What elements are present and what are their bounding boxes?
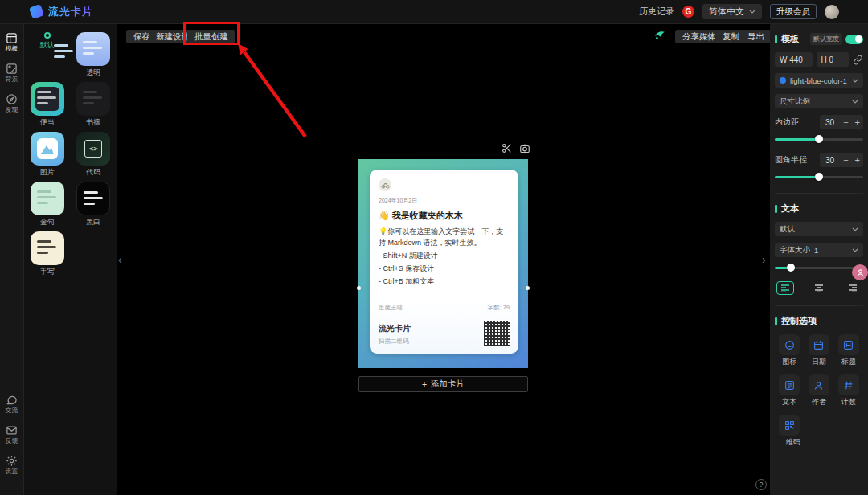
template-icon bbox=[6, 32, 18, 44]
batch-create-button[interactable]: 批量创建 bbox=[187, 30, 235, 43]
slider-knob[interactable] bbox=[787, 264, 795, 272]
align-right-button[interactable] bbox=[844, 281, 862, 295]
chevron-down-icon bbox=[852, 79, 858, 83]
resize-handle-left[interactable] bbox=[357, 286, 361, 290]
rail-item-template[interactable]: 模板 bbox=[6, 32, 18, 52]
radius-minus-button[interactable]: − bbox=[840, 156, 851, 165]
share-media-icon[interactable] bbox=[653, 29, 665, 41]
scissors-icon[interactable] bbox=[502, 143, 512, 153]
floating-widget-button[interactable] bbox=[852, 264, 868, 280]
width-input[interactable]: W 440 bbox=[775, 52, 813, 67]
resize-handle-right[interactable] bbox=[526, 286, 530, 290]
template-item-bento[interactable]: 便当 bbox=[31, 82, 64, 126]
discover-icon bbox=[6, 93, 18, 105]
radius-value[interactable]: 30 bbox=[820, 156, 840, 165]
template-item-default[interactable]: 默认 bbox=[40, 32, 55, 76]
rail-item-chat[interactable]: 交流 bbox=[6, 394, 18, 414]
card-content[interactable]: 2024年10月2日 👋 我是收藏夹的木木 💡你可以在这里输入文字尝试一下，支持… bbox=[370, 170, 518, 354]
template-section-header: 模板 默认宽度 bbox=[775, 33, 863, 45]
chat-icon bbox=[6, 394, 18, 406]
upgrade-member-button[interactable]: 升级会员 bbox=[770, 4, 817, 19]
font-size-slider[interactable] bbox=[775, 264, 863, 272]
card-title[interactable]: 👋 我是收藏夹的木木 bbox=[379, 210, 510, 222]
template-item-image[interactable]: 图片 bbox=[31, 132, 64, 176]
user-avatar[interactable] bbox=[825, 5, 839, 19]
control-author-toggle[interactable]: 作者 bbox=[806, 374, 833, 406]
language-select[interactable]: 简体中文 bbox=[702, 4, 762, 19]
template-item-transparent[interactable]: 透明 bbox=[76, 32, 110, 76]
control-icon-toggle[interactable]: 图标 bbox=[776, 334, 803, 366]
padding-slider[interactable] bbox=[775, 135, 863, 143]
smiley-icon bbox=[784, 340, 795, 350]
template-item-book-excerpt[interactable]: 书摘 bbox=[76, 82, 110, 126]
help-button[interactable]: ? bbox=[755, 479, 767, 490]
calendar-icon bbox=[813, 340, 824, 350]
radius-slider[interactable] bbox=[775, 173, 863, 181]
card-artboard[interactable]: 2024年10月2日 👋 我是收藏夹的木木 💡你可以在这里输入文字尝试一下，支持… bbox=[358, 159, 528, 368]
template-item-black-white[interactable]: 黑白 bbox=[76, 182, 110, 226]
snapshot-icon[interactable] bbox=[519, 143, 530, 154]
floating-person-icon bbox=[856, 268, 865, 277]
app-title: 流光卡片 bbox=[48, 5, 93, 19]
card-divider bbox=[379, 317, 510, 317]
control-date-toggle[interactable]: 日期 bbox=[806, 334, 833, 366]
template-item-handwriting[interactable]: 手写 bbox=[31, 231, 64, 276]
font-size-select[interactable]: 字体大小 1 bbox=[775, 243, 863, 257]
card-date[interactable]: 2024年10月2日 bbox=[379, 197, 510, 205]
slider-knob[interactable] bbox=[815, 135, 823, 143]
control-title-toggle[interactable]: 标题 bbox=[835, 334, 862, 366]
control-text-toggle[interactable]: 文本 bbox=[776, 374, 803, 406]
app-logo-icon bbox=[29, 4, 44, 19]
thumb-art bbox=[31, 182, 64, 215]
rail-item-settings[interactable]: 设置 bbox=[6, 455, 18, 475]
thumb-art bbox=[31, 231, 64, 265]
collapse-left-chevron[interactable]: ‹ bbox=[118, 254, 122, 265]
aspect-ratio-select[interactable]: 尺寸比例 bbox=[775, 94, 863, 108]
align-left-icon bbox=[780, 284, 790, 292]
aspect-ratio-value: 尺寸比例 bbox=[780, 96, 848, 107]
card-body[interactable]: 💡你可以在这里输入文字尝试一下，支持 Markdown 语法，实时生效。 - S… bbox=[379, 226, 510, 287]
template-item-quote[interactable]: 金句 bbox=[31, 182, 64, 226]
radius-plus-button[interactable]: + bbox=[852, 156, 863, 165]
font-size-value: 1 bbox=[814, 246, 848, 255]
align-left-button[interactable] bbox=[776, 281, 794, 295]
thumb-art bbox=[76, 82, 110, 116]
add-card-label: 添加卡片 bbox=[431, 378, 465, 390]
card-author[interactable]: 是魔王哒 bbox=[379, 304, 403, 312]
height-input[interactable]: H 0 bbox=[817, 52, 850, 67]
selected-ring bbox=[44, 32, 51, 39]
padding-plus-button[interactable]: + bbox=[852, 118, 863, 127]
padding-value[interactable]: 30 bbox=[820, 118, 840, 127]
person-icon bbox=[813, 380, 824, 391]
counter-icon bbox=[843, 380, 854, 391]
template-grid: 默认 透明 便当 书摘 图片 代码 金句 黑白 bbox=[24, 32, 117, 281]
card-avatar[interactable] bbox=[379, 178, 391, 191]
align-center-button[interactable] bbox=[810, 281, 828, 295]
text-style-select[interactable]: 默认 bbox=[775, 222, 863, 236]
default-width-toggle[interactable] bbox=[845, 35, 863, 44]
add-card-button[interactable]: + 添加卡片 bbox=[358, 376, 528, 392]
text-section: 文本 默认 字体大小 1 bbox=[775, 194, 863, 306]
export-button[interactable]: 导出 bbox=[740, 30, 772, 43]
text-section-header: 文本 bbox=[775, 202, 863, 215]
card-brand-block: 流光卡片 扫描二维码 bbox=[379, 323, 411, 346]
qr-code bbox=[484, 321, 510, 346]
collapse-right-chevron[interactable]: › bbox=[762, 254, 766, 265]
chevron-down-icon bbox=[852, 100, 858, 104]
template-item-code[interactable]: 代码 bbox=[76, 132, 110, 176]
padding-minus-button[interactable]: − bbox=[840, 118, 851, 127]
controls-section: 控制选项 图标 日期 标题 文本 作者 bbox=[775, 306, 863, 456]
history-link[interactable]: 历史记录 bbox=[639, 6, 674, 18]
card-scan-hint: 扫描二维码 bbox=[379, 338, 411, 346]
control-qrcode-toggle[interactable]: 二维码 bbox=[776, 415, 803, 446]
link-dimensions-icon[interactable] bbox=[853, 55, 863, 65]
rail-item-discover[interactable]: 发现 bbox=[6, 93, 18, 113]
color-theme-select[interactable]: light-blue-color-1 bbox=[775, 73, 863, 88]
gitee-icon[interactable]: G bbox=[682, 6, 694, 18]
rail-item-feedback[interactable]: 反馈 bbox=[6, 424, 18, 444]
control-count-toggle[interactable]: 计数 bbox=[835, 374, 862, 406]
padding-label: 内边距 bbox=[775, 117, 799, 128]
slider-knob[interactable] bbox=[815, 173, 823, 181]
rail-item-background[interactable]: 背景 bbox=[6, 63, 18, 83]
plus-icon: + bbox=[422, 379, 427, 389]
